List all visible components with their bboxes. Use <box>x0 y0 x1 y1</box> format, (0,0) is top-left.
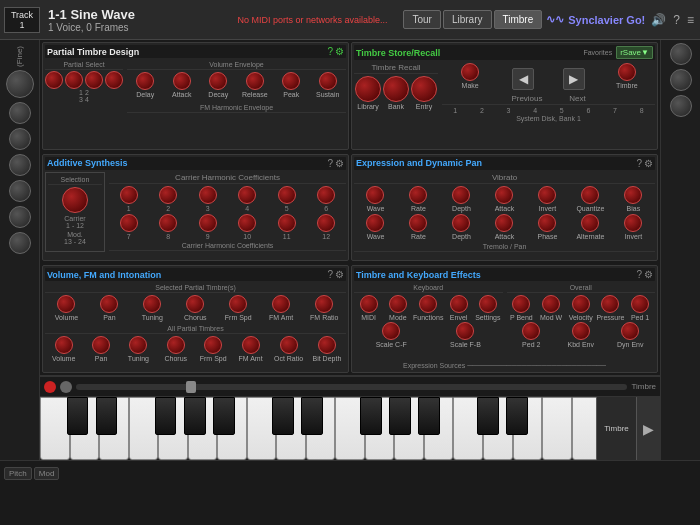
attack-knob[interactable] <box>173 72 191 90</box>
decay-knob[interactable] <box>209 72 227 90</box>
sustain-knob[interactable] <box>319 72 337 90</box>
tuning-knob1[interactable] <box>143 295 161 313</box>
ps-knob-1[interactable] <box>45 71 63 89</box>
help-icon[interactable]: ? <box>671 13 682 27</box>
coeff-9[interactable] <box>199 214 217 232</box>
next-btn[interactable]: ▶ <box>563 68 585 90</box>
timbre-fav-knob[interactable] <box>618 63 636 81</box>
peak-knob[interactable] <box>282 72 300 90</box>
midi-knob[interactable] <box>360 295 378 313</box>
coeff-5[interactable] <box>278 186 296 204</box>
coeff-4[interactable] <box>238 186 256 204</box>
speaker-icon[interactable]: 🔊 <box>649 13 668 27</box>
vol-knob2[interactable] <box>55 336 73 354</box>
white-key-18[interactable] <box>542 397 572 460</box>
black-key-3[interactable] <box>155 397 177 435</box>
white-key-4[interactable] <box>129 397 159 460</box>
make-knob[interactable] <box>461 63 479 81</box>
chorus-knob2[interactable] <box>167 336 185 354</box>
kbdenv-knob[interactable] <box>572 322 590 340</box>
nav-timbre[interactable]: Timbre <box>494 10 543 29</box>
vib-quantize[interactable] <box>581 186 599 204</box>
save-btn[interactable]: rSave▼ <box>616 46 653 59</box>
keys-container[interactable]: Timbre ▶ <box>40 397 660 460</box>
fmamt-knob1[interactable] <box>272 295 290 313</box>
entry-knob[interactable] <box>411 76 437 102</box>
pbend-knob[interactable] <box>512 295 530 313</box>
additive-settings[interactable]: ⚙ <box>335 158 344 169</box>
vib-rate2[interactable] <box>409 214 427 232</box>
vib-wave1[interactable] <box>366 186 384 204</box>
expression-settings[interactable]: ⚙ <box>644 158 653 169</box>
settings-knob[interactable] <box>479 295 497 313</box>
black-key-2[interactable] <box>96 397 118 435</box>
nav-tour[interactable]: Tour <box>403 10 440 29</box>
coeff-10[interactable] <box>238 214 256 232</box>
coeff-11[interactable] <box>278 214 296 232</box>
envel-knob[interactable] <box>450 295 468 313</box>
ps-knob-4[interactable] <box>105 71 123 89</box>
velocity-knob[interactable] <box>572 295 590 313</box>
black-key-10[interactable] <box>418 397 440 435</box>
side-knob-main[interactable] <box>6 70 34 98</box>
coeff-1[interactable] <box>120 186 138 204</box>
chorus-knob1[interactable] <box>186 295 204 313</box>
prev-btn[interactable]: ◀ <box>512 68 534 90</box>
side-knob-2[interactable] <box>9 128 31 150</box>
side-knob-3[interactable] <box>9 154 31 176</box>
mode-knob[interactable] <box>389 295 407 313</box>
side-knob-5[interactable] <box>9 206 31 228</box>
frmspd-knob2[interactable] <box>204 336 222 354</box>
black-key-11[interactable] <box>477 397 499 435</box>
coeff-12[interactable] <box>317 214 335 232</box>
kbd-timbre-btn[interactable]: Timbre <box>596 397 636 460</box>
vib-phase[interactable] <box>538 214 556 232</box>
ped1-knob[interactable] <box>631 295 649 313</box>
vib-wave2[interactable] <box>366 214 384 232</box>
coeff-6[interactable] <box>317 186 335 204</box>
ps-knob-2[interactable] <box>65 71 83 89</box>
coeff-3[interactable] <box>199 186 217 204</box>
kbd-dot-2[interactable] <box>60 381 72 393</box>
black-key-9[interactable] <box>389 397 411 435</box>
white-key-1[interactable] <box>40 397 70 460</box>
black-key-8[interactable] <box>360 397 382 435</box>
expression-help[interactable]: ? <box>636 158 642 169</box>
kbd-record-dot[interactable] <box>44 381 56 393</box>
vib-rate1[interactable] <box>409 186 427 204</box>
bank-knob[interactable] <box>383 76 409 102</box>
scale-fb-knob[interactable] <box>456 322 474 340</box>
black-key-7[interactable] <box>301 397 323 435</box>
right-knob-2[interactable] <box>670 69 692 91</box>
vib-attack2[interactable] <box>495 214 513 232</box>
vib-depth2[interactable] <box>452 214 470 232</box>
menu-icon[interactable]: ≡ <box>685 13 696 27</box>
bitdepth-knob[interactable] <box>318 336 336 354</box>
vib-invert2[interactable] <box>624 214 642 232</box>
vib-alternate[interactable] <box>581 214 599 232</box>
right-knob-1[interactable] <box>670 43 692 65</box>
pan-knob1[interactable] <box>100 295 118 313</box>
dynenv-knob[interactable] <box>621 322 639 340</box>
frmspd-knob1[interactable] <box>229 295 247 313</box>
vib-depth1[interactable] <box>452 186 470 204</box>
modw-knob[interactable] <box>542 295 560 313</box>
octratio-knob[interactable] <box>280 336 298 354</box>
fmratio-knob[interactable] <box>315 295 333 313</box>
pan-knob2[interactable] <box>92 336 110 354</box>
black-key-6[interactable] <box>272 397 294 435</box>
kbd-slider[interactable] <box>76 384 627 390</box>
fmamt-knob2[interactable] <box>242 336 260 354</box>
black-key-1[interactable] <box>67 397 89 435</box>
timbre-keyboard-settings[interactable]: ⚙ <box>644 269 653 280</box>
side-knob-6[interactable] <box>9 232 31 254</box>
kbd-right-btn[interactable]: ▶ <box>636 397 660 460</box>
vib-attack1[interactable] <box>495 186 513 204</box>
black-key-4[interactable] <box>184 397 206 435</box>
right-knob-3[interactable] <box>670 95 692 117</box>
functions-knob[interactable] <box>419 295 437 313</box>
mod-btn[interactable]: Mod <box>34 467 60 480</box>
coeff-7[interactable] <box>120 214 138 232</box>
ps-knob-3[interactable] <box>85 71 103 89</box>
scale-cf-knob[interactable] <box>382 322 400 340</box>
